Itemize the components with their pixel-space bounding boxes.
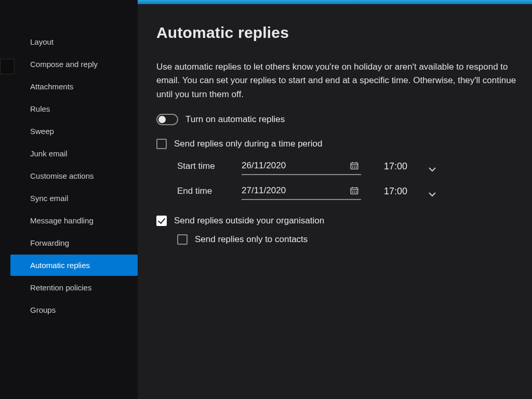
sidebar-item-label: Sweep <box>30 127 54 136</box>
sidebar-item-sync-email[interactable]: Sync email <box>10 188 138 209</box>
page-title: Automatic replies <box>156 24 532 42</box>
checkbox-label-time-period: Send replies only during a time period <box>174 139 322 149</box>
sidebar-item-label: Sync email <box>30 194 68 203</box>
chevron-down-icon <box>428 189 436 194</box>
sidebar-item-compose-and-reply[interactable]: Compose and reply <box>10 54 138 75</box>
calendar-icon <box>350 186 359 195</box>
chevron-down-icon <box>428 164 436 169</box>
settings-window: Layout Compose and reply Attachments Rul… <box>0 0 532 399</box>
sidebar-indicator <box>0 59 15 74</box>
toggle-label: Turn on automatic replies <box>185 114 285 125</box>
sidebar-item-customise-actions[interactable]: Customise actions <box>10 165 138 187</box>
sidebar-item-sweep[interactable]: Sweep <box>10 121 138 142</box>
start-date-value: 26/11/2020 <box>242 161 286 171</box>
checkbox-only-contacts[interactable] <box>177 234 188 245</box>
check-row-outside-org: Send replies outside your organisation <box>156 216 532 226</box>
check-row-only-contacts: Send replies only to contacts <box>177 234 532 245</box>
main-pane: Automatic replies Use automatic replies … <box>138 0 532 399</box>
checkbox-time-period[interactable] <box>156 139 167 149</box>
svg-rect-0 <box>351 163 358 169</box>
svg-rect-7 <box>351 188 358 194</box>
end-hour-select[interactable]: 17:00 <box>374 186 436 197</box>
page-description: Use automatic replies to let others know… <box>156 60 532 101</box>
end-hour-value: 17:00 <box>384 186 407 197</box>
start-date-input[interactable]: 26/11/2020 <box>242 157 361 175</box>
sidebar-item-label: Retention policies <box>30 283 91 292</box>
checkbox-outside-org[interactable] <box>156 216 167 226</box>
sidebar-item-junk-email[interactable]: Junk email <box>10 143 138 164</box>
sidebar-item-attachments[interactable]: Attachments <box>10 76 138 97</box>
sidebar-item-label: Forwarding <box>30 238 69 247</box>
sidebar-item-label: Groups <box>30 305 56 314</box>
sidebar-item-label: Message handling <box>30 216 94 225</box>
start-hour-select[interactable]: 17:00 <box>374 161 436 172</box>
outside-block: Send replies outside your organisation S… <box>156 216 532 245</box>
toggle-auto-replies[interactable] <box>156 114 178 125</box>
sidebar-item-label: Customise actions <box>30 171 94 180</box>
calendar-icon <box>350 161 359 170</box>
sidebar-item-groups[interactable]: Groups <box>10 299 138 321</box>
checkbox-label-outside-org: Send replies outside your organisation <box>174 216 324 226</box>
settings-sidebar: Layout Compose and reply Attachments Rul… <box>0 0 138 399</box>
toggle-row-auto-replies: Turn on automatic replies <box>156 114 532 125</box>
end-date-value: 27/11/2020 <box>242 185 286 196</box>
sidebar-item-label: Automatic replies <box>30 261 90 270</box>
sidebar-item-retention-policies[interactable]: Retention policies <box>10 277 138 298</box>
end-time-label: End time <box>177 186 229 196</box>
checkbox-label-only-contacts: Send replies only to contacts <box>195 234 308 245</box>
time-section: Start time 26/11/2020 17:00 End time <box>177 157 532 200</box>
sidebar-item-label: Layout <box>30 37 54 46</box>
start-hour-value: 17:00 <box>384 161 407 172</box>
sidebar-item-label: Attachments <box>30 82 73 91</box>
start-time-label: Start time <box>177 161 229 171</box>
sidebar-item-forwarding[interactable]: Forwarding <box>10 232 138 254</box>
sidebar-item-label: Rules <box>30 104 50 113</box>
check-row-time-period: Send replies only during a time period <box>156 139 532 149</box>
toggle-knob <box>158 116 166 123</box>
sidebar-item-layout[interactable]: Layout <box>10 31 138 52</box>
sidebar-item-label: Junk email <box>30 149 68 158</box>
sidebar-item-label: Compose and reply <box>30 60 98 69</box>
end-date-input[interactable]: 27/11/2020 <box>242 182 361 200</box>
sidebar-item-automatic-replies[interactable]: Automatic replies <box>10 255 138 276</box>
sidebar-item-message-handling[interactable]: Message handling <box>10 210 138 231</box>
start-time-row: Start time 26/11/2020 17:00 <box>177 157 532 175</box>
end-time-row: End time 27/11/2020 17:00 <box>177 182 532 200</box>
sidebar-item-rules[interactable]: Rules <box>10 98 138 119</box>
